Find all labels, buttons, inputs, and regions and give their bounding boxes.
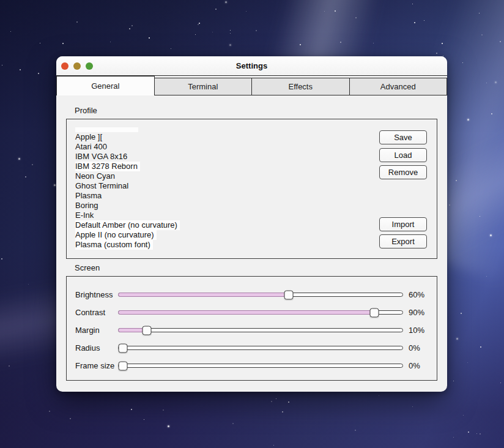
profile-list: Apple ][Atari 400IBM VGA 8x16IBM 3278 Re… <box>75 132 180 250</box>
screen-group-box: Brightness60%Contrast90%Margin10%Radius0… <box>66 276 437 381</box>
star <box>436 53 437 54</box>
star <box>453 381 454 381</box>
star <box>495 81 497 83</box>
load-button[interactable]: Load <box>379 148 427 162</box>
star <box>480 346 481 348</box>
tab-general[interactable]: General <box>56 76 155 95</box>
star <box>467 119 469 121</box>
slider-track[interactable] <box>118 364 403 368</box>
star <box>491 113 492 114</box>
profile-list-item[interactable]: Plasma (custom font) <box>75 240 153 250</box>
star <box>1 258 2 259</box>
star <box>40 43 40 43</box>
tab-effects[interactable]: Effects <box>251 78 350 95</box>
save-button[interactable]: Save <box>379 130 427 144</box>
export-button[interactable]: Export <box>379 234 427 248</box>
import-button[interactable]: Import <box>379 217 427 231</box>
star <box>256 30 257 31</box>
slider-label: Frame size <box>75 361 118 370</box>
profile-list-item[interactable]: Atari 400 <box>75 142 109 152</box>
star <box>20 69 21 70</box>
slider-fill <box>118 310 375 315</box>
slider-value: 10% <box>409 326 429 335</box>
star <box>271 401 272 402</box>
star <box>76 21 78 23</box>
slider-row-margin: Margin10% <box>67 321 437 339</box>
star <box>28 284 29 285</box>
profile-group-label: Profile <box>75 106 437 115</box>
slider-value: 0% <box>409 361 429 370</box>
slider-handle[interactable] <box>119 343 128 353</box>
slider-label: Margin <box>75 326 118 335</box>
star <box>225 1 227 3</box>
profile-list-item[interactable]: Plasma <box>75 191 104 201</box>
star <box>490 234 492 236</box>
slider-row-radius: Radius0% <box>67 339 437 357</box>
star <box>324 11 325 12</box>
close-button[interactable] <box>61 62 69 70</box>
star <box>215 9 217 10</box>
star <box>453 437 454 438</box>
star <box>171 48 171 49</box>
slider-handle[interactable] <box>369 308 379 317</box>
slider-track[interactable] <box>118 328 403 332</box>
star <box>412 406 413 407</box>
star <box>246 11 246 12</box>
slider-value: 0% <box>409 343 429 353</box>
profile-list-item[interactable]: Default Amber (no curvature) <box>75 220 180 230</box>
star <box>480 433 481 435</box>
star <box>198 24 199 25</box>
slider-row-contrast: Contrast90% <box>67 304 437 321</box>
star <box>476 433 477 434</box>
profile-group: Profile Apple ][Atari 400IBM VGA 8x16IBM… <box>66 95 437 259</box>
profile-list-item[interactable]: IBM VGA 8x16 <box>75 152 130 162</box>
star <box>486 83 487 83</box>
slider-value: 90% <box>409 308 429 317</box>
star <box>462 62 463 63</box>
star <box>335 10 336 12</box>
profile-list-item[interactable]: Ghost Terminal <box>75 181 131 191</box>
star <box>18 158 20 160</box>
star <box>449 204 450 206</box>
star <box>486 276 487 277</box>
minimize-button[interactable] <box>73 62 81 70</box>
star <box>461 313 462 314</box>
star <box>62 43 64 44</box>
star <box>144 419 144 420</box>
star <box>355 430 356 431</box>
profile-list-item[interactable]: Boring <box>75 201 101 211</box>
star <box>195 34 196 35</box>
star <box>355 17 357 18</box>
star <box>467 362 468 363</box>
desktop-wallpaper: Settings GeneralTerminalEffectsAdvanced … <box>0 0 504 448</box>
slider-handle[interactable] <box>143 326 152 335</box>
tab-advanced[interactable]: Advanced <box>349 78 448 95</box>
star <box>456 180 457 181</box>
tab-terminal[interactable]: Terminal <box>154 78 253 95</box>
star <box>481 34 483 35</box>
slider-track[interactable] <box>118 293 403 297</box>
star <box>230 33 231 34</box>
profile-list-item[interactable]: IBM 3278 Reborn <box>75 162 140 171</box>
slider-handle[interactable] <box>284 290 294 299</box>
profile-list-item[interactable]: Apple ][ <box>75 132 105 142</box>
titlebar[interactable]: Settings <box>56 56 447 76</box>
slider-track[interactable] <box>118 346 403 350</box>
remove-button[interactable]: Remove <box>379 165 427 179</box>
zoom-button[interactable] <box>86 62 93 70</box>
star <box>276 398 276 399</box>
slider-value: 60% <box>409 290 429 299</box>
profile-list-item[interactable]: Apple II (no curvature) <box>75 230 157 240</box>
star <box>379 395 379 396</box>
slider-label: Contrast <box>75 308 118 317</box>
star <box>25 176 26 177</box>
slider-track[interactable] <box>118 310 403 315</box>
profile-list-item[interactable]: E-Ink <box>75 211 96 220</box>
slider-rows: Brightness60%Contrast90%Margin10%Radius0… <box>67 277 437 375</box>
slider-handle[interactable] <box>119 361 128 370</box>
window-title: Settings <box>56 56 447 75</box>
star <box>168 425 169 427</box>
profile-list-item[interactable]: Neon Cyan <box>75 171 117 181</box>
star <box>49 411 50 412</box>
star <box>230 30 231 31</box>
